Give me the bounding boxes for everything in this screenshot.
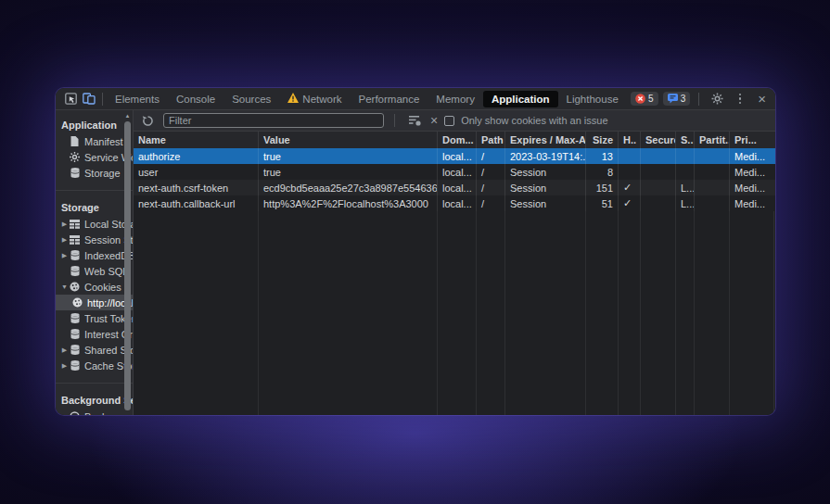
database-icon <box>69 313 81 323</box>
sidebar-item-shared-storage[interactable]: ▶ Shared Storage <box>56 342 133 358</box>
filter-options-icon[interactable] <box>405 111 424 130</box>
sidebar-item-cookie-origin[interactable]: http://localhost:3000 <box>56 295 133 310</box>
cell-value: true <box>259 148 438 164</box>
column-header-path[interactable]: Path <box>477 132 505 148</box>
cookie-icon <box>71 297 83 308</box>
sidebar-item-cache-storage[interactable]: ▶ Cache Storage <box>56 358 133 373</box>
tab-lighthouse[interactable]: Lighthouse <box>558 91 627 107</box>
error-icon <box>635 94 645 104</box>
tab-memory[interactable]: Memory <box>428 91 483 107</box>
column-header-name[interactable]: Name <box>134 132 259 148</box>
devtools-tabbar: Elements Console Sources Network Perform… <box>56 88 775 110</box>
filter-input[interactable] <box>169 115 378 126</box>
cell-priority: Medi... <box>730 164 774 180</box>
column-header-domain[interactable]: Dom... <box>438 132 477 148</box>
sidebar-item-service-workers[interactable]: Service Workers <box>56 149 133 165</box>
cell-secure <box>641 180 676 195</box>
device-toolbar-icon[interactable] <box>80 90 98 108</box>
sidebar-scrollbar[interactable]: ▲ <box>124 120 131 410</box>
column-header-samesite[interactable]: S.. <box>676 132 695 148</box>
cookies-panel: × Only show cookies with an issue Name V… <box>134 110 775 415</box>
database-icon <box>69 360 81 371</box>
column-header-value[interactable]: Value <box>259 132 438 148</box>
close-icon[interactable]: × <box>754 92 770 106</box>
cell-name: user <box>134 164 259 180</box>
issues-count-badge[interactable]: 3 <box>663 92 691 106</box>
database-icon <box>69 250 81 260</box>
tab-label: Memory <box>436 94 475 105</box>
chevron-right-icon[interactable]: ▶ <box>60 362 69 370</box>
refresh-icon[interactable] <box>138 111 157 130</box>
table-row[interactable]: next-auth.callback-url http%3A%2F%2Floca… <box>134 195 775 211</box>
tab-elements[interactable]: Elements <box>107 91 168 107</box>
tab-label: Performance <box>359 94 420 105</box>
chevron-right-icon[interactable]: ▶ <box>60 236 69 244</box>
devtools-window: Elements Console Sources Network Perform… <box>56 88 775 415</box>
cookie-icon <box>69 282 81 292</box>
sidebar-item-trust-tokens[interactable]: Trust Tokens <box>56 310 133 326</box>
cell-partition <box>695 195 730 211</box>
cell-domain: local... <box>438 180 477 195</box>
clear-icon[interactable]: × <box>430 114 438 127</box>
tab-application[interactable]: Application <box>483 91 558 107</box>
sidebar-item-manifest[interactable]: Manifest <box>56 133 133 149</box>
cell-expires: Session <box>505 180 586 195</box>
tab-console[interactable]: Console <box>168 91 223 107</box>
sidebar-item-label: Web SQL <box>84 266 129 277</box>
cell-domain: local... <box>438 164 477 180</box>
sidebar-divider <box>56 383 133 384</box>
cell-size: 13 <box>586 148 619 164</box>
column-header-expires[interactable]: Expires / Max-A... <box>505 132 586 148</box>
cell-path: / <box>477 148 505 164</box>
sidebar-item-storage[interactable]: Storage <box>56 165 133 181</box>
cell-httponly <box>619 164 641 180</box>
table-row[interactable]: next-auth.csrf-token ecd9cbd5eaaa25e27c3… <box>134 180 775 195</box>
error-count-badge[interactable]: 5 <box>631 92 658 106</box>
sidebar-item-interest-groups[interactable]: Interest Groups <box>56 326 133 342</box>
column-header-priority[interactable]: Pri... <box>730 132 774 148</box>
cell-priority: Medi... <box>730 180 774 195</box>
cell-path: / <box>477 195 505 211</box>
settings-gear-icon[interactable] <box>708 90 726 108</box>
cell-expires: Session <box>505 195 586 211</box>
sidebar-item-background-fetch[interactable]: Background Fetch <box>56 409 133 415</box>
database-icon <box>69 266 81 276</box>
issue-count: 3 <box>681 94 686 104</box>
database-icon <box>69 168 81 178</box>
chevron-right-icon[interactable]: ▶ <box>60 220 69 228</box>
cell-name: next-auth.csrf-token <box>134 180 259 195</box>
sidebar-item-session-storage[interactable]: ▶ Session Storage <box>56 232 133 247</box>
chevron-down-icon[interactable]: ▼ <box>60 284 69 290</box>
chevron-right-icon[interactable]: ▶ <box>60 346 69 354</box>
tab-performance[interactable]: Performance <box>351 91 428 107</box>
sidebar-item-label: Manifest <box>84 136 123 147</box>
column-header-httponly[interactable]: H.. <box>619 132 641 148</box>
column-header-size[interactable]: Size <box>586 132 619 148</box>
sidebar-item-cookies[interactable]: ▼ Cookies <box>56 279 133 295</box>
more-options-icon[interactable] <box>731 90 749 108</box>
tab-label: Lighthouse <box>567 94 619 105</box>
table-row[interactable]: authorize true local... / 2023-03-19T14:… <box>134 148 775 164</box>
sidebar-item-indexeddb[interactable]: ▶ IndexedDB <box>56 247 133 263</box>
scroll-up-icon[interactable]: ▲ <box>124 113 131 119</box>
issue-filter-checkbox[interactable] <box>444 116 454 126</box>
tab-sources[interactable]: Sources <box>223 91 279 107</box>
sidebar-item-web-sql[interactable]: Web SQL <box>56 263 133 279</box>
sidebar-item-label: Storage <box>84 168 121 179</box>
tab-label: Elements <box>115 94 160 105</box>
column-header-secure[interactable]: Secure <box>641 132 676 148</box>
inspect-element-icon[interactable] <box>61 90 80 108</box>
scrollbar-thumb[interactable] <box>124 121 131 410</box>
sidebar-item-local-storage[interactable]: ▶ Local Storage <box>56 216 133 232</box>
database-icon <box>69 345 81 355</box>
cell-domain: local... <box>438 195 477 211</box>
cell-value: true <box>259 164 438 180</box>
column-header-partition[interactable]: Partit... <box>695 132 730 148</box>
divider <box>698 93 699 106</box>
tabbar-right-controls: 5 3 × <box>631 90 770 108</box>
cell-secure <box>641 195 676 211</box>
chevron-right-icon[interactable]: ▶ <box>60 252 69 259</box>
tab-network[interactable]: Network <box>279 90 350 107</box>
table-row[interactable]: user true local... / Session 8 Medi... <box>134 164 775 180</box>
cell-samesite: L... <box>676 180 695 195</box>
